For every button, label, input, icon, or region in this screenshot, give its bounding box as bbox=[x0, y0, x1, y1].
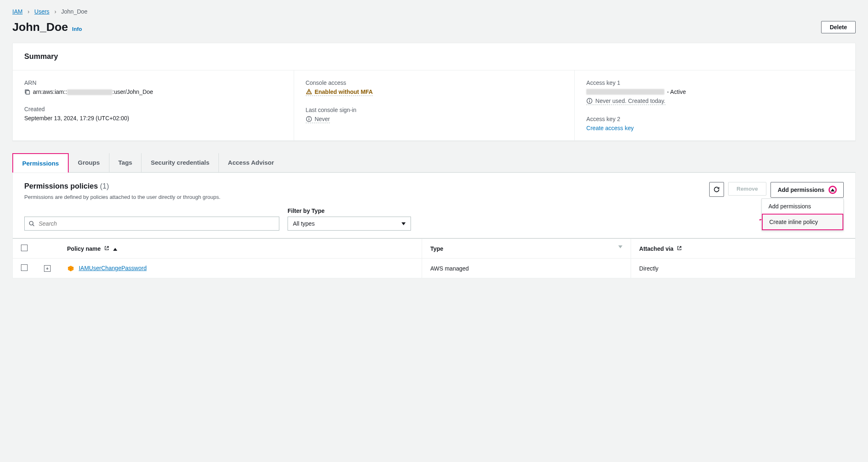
arn-label: ARN bbox=[24, 79, 282, 86]
filter-type-label: Filter by Type bbox=[288, 208, 411, 214]
row-type: AWS managed bbox=[422, 259, 631, 278]
sort-asc-icon bbox=[113, 248, 117, 251]
menu-add-permissions[interactable]: Add permissions bbox=[762, 199, 843, 214]
permissions-description: Permissions are defined by policies atta… bbox=[24, 194, 220, 200]
policy-icon bbox=[67, 264, 76, 271]
create-access-key-link[interactable]: Create access key bbox=[586, 125, 634, 131]
breadcrumb-current: John_Doe bbox=[61, 8, 88, 15]
console-access-value: Enabled without MFA bbox=[306, 89, 373, 96]
add-permissions-dropdown-button[interactable]: Add permissions bbox=[771, 182, 844, 198]
page-title: John_Doe bbox=[12, 21, 68, 34]
col-type[interactable]: Type bbox=[422, 238, 631, 259]
sort-icon bbox=[618, 245, 622, 248]
breadcrumb: IAM › Users › John_Doe bbox=[12, 8, 856, 15]
svg-point-7 bbox=[589, 99, 590, 100]
svg-point-4 bbox=[309, 117, 309, 118]
info-link[interactable]: Info bbox=[72, 26, 82, 32]
policies-table: Policy name Type Attached via bbox=[13, 238, 855, 278]
expand-row-button[interactable]: + bbox=[44, 265, 51, 272]
redacted-account-id bbox=[67, 89, 112, 95]
redacted-access-key bbox=[586, 89, 664, 95]
info-icon bbox=[306, 116, 312, 122]
tab-tags[interactable]: Tags bbox=[109, 153, 142, 172]
svg-point-2 bbox=[309, 93, 309, 93]
menu-create-inline-policy[interactable]: Create inline policy bbox=[762, 214, 843, 230]
tabs: Permissions Groups Tags Security credent… bbox=[12, 153, 856, 173]
row-checkbox[interactable] bbox=[21, 264, 28, 271]
search-icon bbox=[28, 220, 35, 227]
refresh-button[interactable] bbox=[709, 182, 724, 197]
search-input[interactable] bbox=[24, 217, 279, 231]
access-key-2-label: Access key 2 bbox=[586, 116, 844, 122]
svg-line-10 bbox=[33, 225, 35, 226]
copy-icon[interactable] bbox=[24, 89, 30, 95]
permissions-count: (1) bbox=[100, 182, 109, 190]
tab-groups[interactable]: Groups bbox=[69, 153, 109, 172]
svg-rect-0 bbox=[26, 91, 29, 94]
warning-icon bbox=[306, 89, 312, 95]
summary-heading: Summary bbox=[24, 52, 844, 61]
caret-down-icon bbox=[402, 222, 406, 225]
last-signin-value: Never bbox=[306, 116, 330, 123]
external-link-icon bbox=[104, 245, 109, 251]
tab-permissions[interactable]: Permissions bbox=[12, 153, 69, 173]
external-link-icon bbox=[677, 245, 682, 251]
page-header: John_Doe Info Delete bbox=[12, 21, 856, 34]
remove-button[interactable]: Remove bbox=[728, 182, 767, 196]
chevron-right-icon: › bbox=[28, 8, 30, 15]
access-key-1-label: Access key 1 bbox=[586, 79, 844, 86]
summary-panel: Summary ARN arn:aws:iam:::user/John_Doe … bbox=[12, 43, 856, 141]
add-permissions-menu: Add permissions Create inline policy bbox=[761, 198, 844, 231]
svg-point-9 bbox=[30, 222, 33, 225]
chevron-right-icon: › bbox=[54, 8, 56, 15]
access-key-1-info: Never used. Created today. bbox=[586, 98, 665, 105]
delete-button[interactable]: Delete bbox=[821, 21, 856, 33]
table-row: + IAMUserChangePassword AWS managed Dire… bbox=[13, 259, 855, 278]
policy-name-link[interactable]: IAMUserChangePassword bbox=[79, 265, 146, 271]
tab-security-credentials[interactable]: Security credentials bbox=[142, 153, 219, 172]
col-policy-name[interactable]: Policy name bbox=[59, 238, 422, 259]
created-label: Created bbox=[24, 106, 282, 112]
access-key-1-value: - Active bbox=[586, 89, 844, 95]
caret-up-highlight-icon bbox=[829, 186, 837, 194]
refresh-icon bbox=[713, 186, 720, 193]
filter-type-select[interactable]: All types bbox=[288, 217, 411, 231]
select-all-checkbox[interactable] bbox=[21, 245, 28, 251]
last-signin-label: Last console sign-in bbox=[306, 107, 563, 113]
console-access-label: Console access bbox=[306, 79, 563, 86]
permissions-title: Permissions policies bbox=[24, 182, 98, 190]
row-attached-via: Directly bbox=[631, 259, 855, 278]
breadcrumb-users[interactable]: Users bbox=[35, 8, 50, 15]
permissions-panel: Permissions policies (1) Permissions are… bbox=[12, 173, 856, 278]
arn-value: arn:aws:iam:::user/John_Doe bbox=[33, 89, 153, 95]
info-icon bbox=[586, 98, 593, 104]
created-value: September 13, 2024, 17:29 (UTC+02:00) bbox=[24, 115, 282, 121]
breadcrumb-iam[interactable]: IAM bbox=[12, 8, 23, 15]
tab-access-advisor[interactable]: Access Advisor bbox=[219, 153, 283, 172]
col-attached-via[interactable]: Attached via bbox=[631, 238, 855, 259]
